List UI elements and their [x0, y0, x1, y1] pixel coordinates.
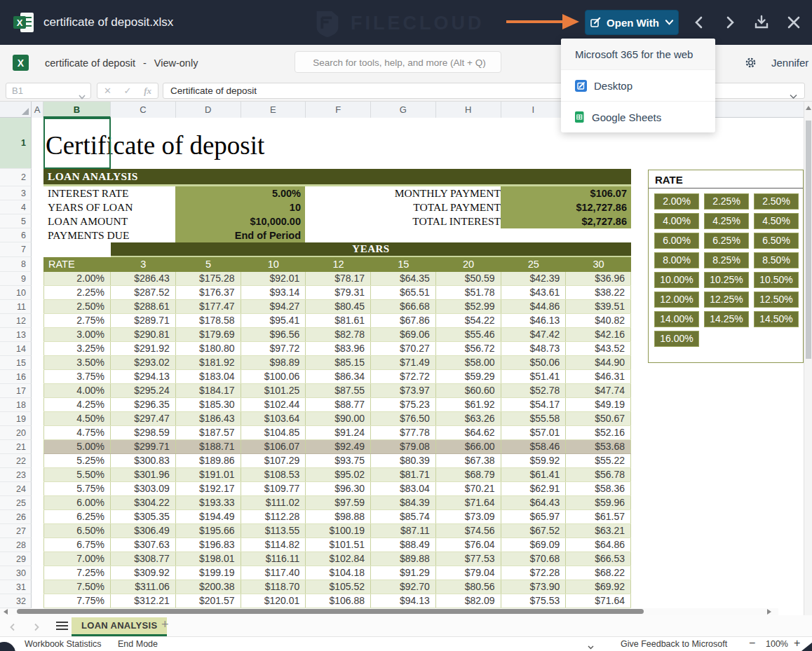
payment-cell[interactable]: $101.25: [241, 384, 306, 397]
payment-cell[interactable]: $102.44: [241, 398, 306, 411]
loan-analysis-value[interactable]: 5.00%: [175, 186, 305, 200]
payment-cell[interactable]: $66.00: [436, 440, 501, 453]
payment-cell[interactable]: $59.96: [566, 496, 631, 509]
rate-cell[interactable]: 6.00%: [43, 496, 111, 509]
scroll-left-icon[interactable]: [4, 609, 8, 615]
payment-cell[interactable]: $65.51: [371, 286, 436, 299]
payment-cell[interactable]: $201.57: [176, 594, 241, 608]
payment-cell[interactable]: $61.41: [501, 468, 567, 481]
payment-cell[interactable]: $91.24: [306, 426, 371, 439]
payment-cell[interactable]: $59.92: [501, 454, 567, 467]
scroll-up-icon[interactable]: [806, 106, 811, 110]
rate-button-14.50%[interactable]: 14.50%: [754, 311, 799, 327]
loan-analysis-value[interactable]: End of Period: [175, 228, 305, 242]
payment-cell[interactable]: $296.35: [111, 398, 176, 411]
payment-cell[interactable]: $98.89: [241, 356, 306, 369]
payment-cell[interactable]: $52.99: [436, 300, 501, 313]
workbook-statistics-button[interactable]: Workbook Statistics: [25, 637, 102, 651]
status-options-chevron-icon[interactable]: [588, 640, 594, 651]
payment-cell[interactable]: $114.82: [241, 538, 306, 551]
payment-cell[interactable]: $55.58: [501, 412, 567, 425]
payment-cell[interactable]: $103.64: [241, 412, 306, 425]
payment-cell[interactable]: $42.16: [566, 328, 631, 341]
rate-cell[interactable]: 2.50%: [43, 300, 111, 313]
row-header-17[interactable]: 17: [0, 384, 32, 398]
row-header-24[interactable]: 24: [0, 482, 32, 496]
payment-cell[interactable]: $311.06: [111, 580, 176, 594]
payment-cell[interactable]: $62.91: [501, 482, 567, 495]
rate-cell[interactable]: 6.25%: [43, 510, 111, 523]
payment-cell[interactable]: $64.43: [501, 496, 567, 509]
payment-cell[interactable]: $70.27: [371, 342, 436, 355]
payment-cell[interactable]: $81.71: [371, 468, 436, 481]
row-header-11[interactable]: 11: [0, 300, 32, 314]
next-file-button[interactable]: [721, 14, 738, 31]
payment-cell[interactable]: $39.51: [566, 300, 631, 313]
payment-cell[interactable]: $74.56: [436, 524, 501, 537]
payment-cell[interactable]: $38.22: [566, 286, 631, 299]
payment-cell[interactable]: $58.46: [501, 440, 567, 453]
row-header-12[interactable]: 12: [0, 314, 32, 328]
payment-cell[interactable]: $73.90: [501, 580, 567, 594]
payment-cell[interactable]: $312.21: [111, 594, 176, 608]
loan-analysis-value[interactable]: $10,000.00: [175, 214, 305, 228]
payment-cell[interactable]: $83.04: [371, 482, 436, 495]
row-header-25[interactable]: 25: [0, 496, 32, 510]
payment-cell[interactable]: $75.53: [501, 594, 567, 608]
rate-cell[interactable]: 3.25%: [43, 342, 111, 355]
row-header-5[interactable]: 5: [0, 214, 32, 228]
column-header-E[interactable]: E: [241, 102, 306, 118]
download-button[interactable]: [753, 14, 770, 31]
payment-cell[interactable]: $188.71: [176, 440, 241, 453]
payment-cell[interactable]: $58.36: [566, 482, 631, 495]
payment-cell[interactable]: $193.33: [176, 496, 241, 509]
payment-cell[interactable]: $97.59: [306, 496, 371, 509]
rate-button-12.25%[interactable]: 12.25%: [704, 292, 749, 308]
payment-cell[interactable]: $192.17: [176, 482, 241, 495]
row-header-22[interactable]: 22: [0, 454, 32, 468]
insert-function-icon[interactable]: fx: [144, 85, 151, 97]
rate-cell[interactable]: 5.75%: [43, 482, 111, 495]
payment-cell[interactable]: $67.52: [501, 524, 567, 537]
payment-cell[interactable]: $47.42: [501, 328, 567, 341]
payment-cell[interactable]: $96.56: [241, 328, 306, 341]
row-header-8[interactable]: 8: [0, 257, 32, 272]
payment-cell[interactable]: $290.81: [111, 328, 176, 341]
payment-cell[interactable]: $79.04: [436, 566, 501, 580]
rate-cell[interactable]: 7.25%: [43, 566, 111, 580]
payment-cell[interactable]: $100.06: [241, 370, 306, 383]
vertical-scrollbar[interactable]: [804, 102, 812, 615]
payment-cell[interactable]: $51.41: [501, 370, 567, 383]
payment-cell[interactable]: $303.09: [111, 482, 176, 495]
payment-cell[interactable]: $109.77: [241, 482, 306, 495]
search-input[interactable]: [295, 52, 503, 74]
payment-cell[interactable]: $309.92: [111, 566, 176, 580]
payment-cell[interactable]: $307.63: [111, 538, 176, 551]
payment-cell[interactable]: $185.30: [176, 398, 241, 411]
row-header-28[interactable]: 28: [0, 538, 32, 552]
payment-cell[interactable]: $49.19: [566, 398, 631, 411]
payment-cell[interactable]: $56.78: [566, 468, 631, 481]
rate-cell[interactable]: 3.75%: [43, 370, 111, 383]
payment-cell[interactable]: $87.55: [306, 384, 371, 397]
rate-cell[interactable]: 2.75%: [43, 314, 111, 327]
payment-cell[interactable]: $42.39: [501, 272, 567, 285]
loan-analysis-label[interactable]: YEARS OF LOAN: [48, 200, 133, 214]
select-all-corner[interactable]: [0, 102, 32, 118]
rate-button-8.50%[interactable]: 8.50%: [754, 252, 799, 268]
payment-cell[interactable]: $93.14: [241, 286, 306, 299]
rate-button-10.50%[interactable]: 10.50%: [754, 272, 799, 288]
payment-cell[interactable]: $68.22: [566, 566, 631, 580]
payment-cell[interactable]: $308.77: [111, 552, 176, 566]
row-header-27[interactable]: 27: [0, 524, 32, 538]
year-column-header-15[interactable]: 15: [371, 257, 436, 272]
payment-cell[interactable]: $120.01: [241, 594, 306, 608]
payment-cell[interactable]: $287.52: [111, 286, 176, 299]
row-header-16[interactable]: 16: [0, 370, 32, 384]
rate-button-8.00%[interactable]: 8.00%: [654, 252, 699, 268]
payment-cell[interactable]: $66.68: [371, 300, 436, 313]
payment-cell[interactable]: $48.73: [501, 342, 567, 355]
payment-cell[interactable]: $83.96: [306, 342, 371, 355]
search-box[interactable]: [295, 51, 501, 73]
payment-cell[interactable]: $82.78: [306, 328, 371, 341]
